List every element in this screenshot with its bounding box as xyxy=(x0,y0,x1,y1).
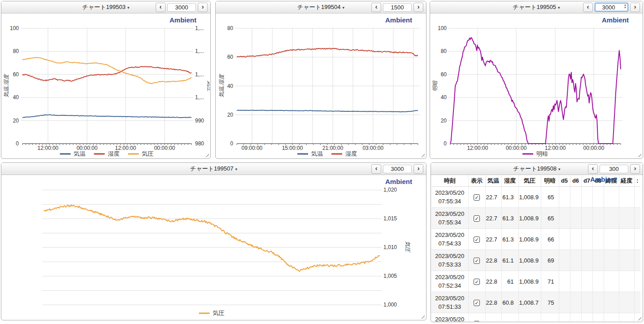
timestamp-cell: 2023/05/2007:55:34 xyxy=(431,208,468,229)
sample-count-input-focused[interactable] xyxy=(595,3,628,12)
sample-count-input[interactable] xyxy=(383,3,412,12)
row-visible-checkbox[interactable]: ✓ xyxy=(474,300,480,306)
next-page-button[interactable]: › xyxy=(413,3,423,12)
d5-cell xyxy=(559,313,570,322)
chart-title[interactable]: チャート199505 xyxy=(513,4,556,10)
column-header-気温: 気温 xyxy=(485,175,501,187)
pressure-cell: 1,008.9 xyxy=(518,250,541,271)
legend-item-湿度[interactable]: 湿度 xyxy=(94,150,120,157)
d6-cell xyxy=(570,271,581,292)
pressure-cell: 1,008.9 xyxy=(518,187,541,208)
chart-title[interactable]: チャート199508 xyxy=(513,165,557,172)
panel-body: Ambient 1,0001,0051,0101,0151,020気圧気圧 xyxy=(2,175,426,320)
humidity-cell: 61.3 xyxy=(501,208,518,229)
humidity-cell: 61 xyxy=(501,271,518,292)
legend-item-気圧[interactable]: 気圧 xyxy=(199,310,225,316)
chart-panel-199503: チャート199503▾ ‹ › Ambient 0204060801009809… xyxy=(1,1,211,159)
legend-item-気温[interactable]: 気温 xyxy=(297,150,323,157)
column-header-表示: 表示 xyxy=(468,175,485,187)
legend-label: 気温 xyxy=(311,150,323,157)
prev-page-button[interactable]: ‹ xyxy=(371,164,381,174)
row-visible-checkbox[interactable]: ✓ xyxy=(474,215,480,222)
series-line-気温 xyxy=(237,110,418,112)
ambient-logo-link[interactable]: Ambient xyxy=(385,178,412,185)
lat-cell xyxy=(604,250,619,271)
row-visible-checkbox[interactable]: ✓ xyxy=(474,321,480,322)
series-line-気圧 xyxy=(44,205,380,271)
y-axis-tick-label: 100 xyxy=(438,25,447,31)
chart-title[interactable]: チャート199507 xyxy=(190,165,233,172)
legend-item-明暗[interactable]: 明暗 xyxy=(522,150,548,157)
sample-count-input[interactable] xyxy=(600,165,628,173)
chart-title[interactable]: チャート199504 xyxy=(297,4,340,10)
row-visible-checkbox[interactable]: ✓ xyxy=(474,279,480,285)
ambient-logo-link[interactable]: Ambient xyxy=(602,16,629,24)
y-axis-tick-label: 80 xyxy=(13,48,19,54)
visible-cell: ✓ xyxy=(468,208,485,229)
ambient-logo-link[interactable]: Ambient xyxy=(385,16,412,24)
x-axis-tick-label: 00:00:00 xyxy=(154,145,175,151)
humidity-cell: 61.3 xyxy=(501,229,518,250)
d8-cell xyxy=(592,271,604,292)
ambient-logo-link[interactable]: Ambient xyxy=(590,175,617,183)
prev-page-button[interactable]: ‹ xyxy=(583,3,593,12)
panel-body: Ambient 02040608009:00:0015:00:0021:00:0… xyxy=(216,13,426,158)
extra-cell xyxy=(634,250,640,271)
panel-header: チャート199503▾ ‹ › xyxy=(1,1,210,13)
extra-cell xyxy=(634,292,640,313)
legend-label: 気温 xyxy=(74,150,86,157)
next-page-button[interactable]: › xyxy=(630,164,640,174)
chart-canvas-199505[interactable]: 02040608010012:00:0000:00:0012:00:0000:0… xyxy=(431,13,642,158)
table-row: 2023/05/2007:53:33✓22.861.11,008.969 xyxy=(431,250,640,271)
timestamp-cell: 2023/05/2007:53:33 xyxy=(431,250,468,271)
number-stepper-icon[interactable]: ▲▼ xyxy=(624,4,627,9)
humidity-cell: 60.8 xyxy=(501,292,518,313)
y2-axis-title: 気圧 xyxy=(206,81,210,92)
chart-title[interactable]: チャート199503 xyxy=(83,4,126,10)
humidity-cell: 61 xyxy=(501,313,518,322)
legend-item-気温[interactable]: 気温 xyxy=(60,150,86,157)
row-visible-checkbox[interactable]: ✓ xyxy=(474,194,480,201)
prev-page-button[interactable]: ‹ xyxy=(371,3,381,12)
row-visible-checkbox[interactable]: ✓ xyxy=(474,236,480,243)
lng-cell xyxy=(619,229,634,250)
legend-item-湿度[interactable]: 湿度 xyxy=(331,150,357,157)
data-table-container: 時刻表示気温湿度気圧明暗d5d6d7d8緯度経度:2023/05/2007:55… xyxy=(431,175,642,321)
y-axis-tick-label: 0 xyxy=(444,140,447,147)
chart-canvas-199504[interactable]: 02040608009:00:0015:00:0021:00:0003:00:0… xyxy=(216,13,426,158)
next-page-button[interactable]: › xyxy=(198,3,208,12)
chart-title-dropdown[interactable]: チャート199507▾ xyxy=(1,163,426,175)
next-page-button[interactable]: › xyxy=(630,3,640,12)
temp-cell: 22.8 xyxy=(485,271,501,292)
column-header-明暗: 明暗 xyxy=(541,175,559,187)
chevron-down-icon: ▾ xyxy=(558,167,561,171)
y2-axis-tick-label: 990 xyxy=(195,118,204,124)
legend-label: 明暗 xyxy=(536,150,548,157)
column-header-経度: 経度 xyxy=(619,175,634,187)
next-page-button[interactable]: › xyxy=(413,164,423,174)
d5-cell xyxy=(559,229,570,250)
panel-body: Ambient 時刻表示気温湿度気圧明暗d5d6d7d8緯度経度:2023/05… xyxy=(431,175,642,321)
prev-page-button[interactable]: ‹ xyxy=(156,3,165,12)
ambient-logo-link[interactable]: Ambient xyxy=(170,16,196,24)
chart-canvas-199507[interactable]: 1,0001,0051,0101,0151,020気圧気圧 xyxy=(2,175,426,320)
timestamp-cell: 2023/05/2007:51:33 xyxy=(431,292,468,313)
legend-item-気圧[interactable]: 気圧 xyxy=(128,150,154,157)
panel-header: チャート199505▾ ‹ ▲▼ › xyxy=(430,1,643,13)
d8-cell xyxy=(592,313,604,322)
chevron-down-icon: ▾ xyxy=(235,167,237,171)
series-line-湿度 xyxy=(237,48,418,57)
panel-body: Ambient 02040608010012:00:0000:00:0012:0… xyxy=(431,13,642,158)
y-axis-tick-label: 60 xyxy=(441,71,447,78)
y-axis-tick-label: 40 xyxy=(13,94,19,101)
sample-count-input[interactable] xyxy=(167,3,196,12)
sample-count-input[interactable] xyxy=(383,165,412,173)
row-visible-checkbox[interactable]: ✓ xyxy=(474,258,480,264)
y2-axis-tick-label: 1,020 xyxy=(383,187,397,193)
y2-axis-tick-label: 1,... xyxy=(195,71,204,78)
y-axis-title: 気温,湿度 xyxy=(218,74,225,97)
temp-cell: 22.7 xyxy=(485,229,501,250)
chart-canvas-199503[interactable]: 0204060801009809901,...1,...1,...1,...12… xyxy=(2,13,210,158)
prev-page-button[interactable]: ‹ xyxy=(588,164,598,174)
y-axis-tick-label: 0 xyxy=(16,140,19,147)
